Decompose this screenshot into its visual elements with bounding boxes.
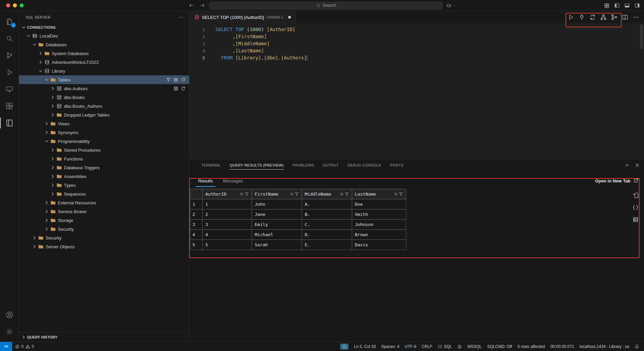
- tree-item-assemblies[interactable]: Assemblies: [19, 172, 189, 181]
- panel-tab-output[interactable]: OUTPUT: [318, 159, 343, 171]
- tree-item-views[interactable]: Views: [19, 119, 189, 128]
- activity-item-run-debug[interactable]: [0, 64, 19, 81]
- status-utf-8[interactable]: UTF-8: [402, 342, 419, 351]
- grid-cell[interactable]: Jane: [252, 209, 302, 220]
- tree-item-localdev[interactable]: LocalDev: [19, 31, 189, 40]
- close-window-button[interactable]: [6, 3, 10, 7]
- editor-tab[interactable]: SELECT TOP (1000) [AuthorID] Untitled-1: [189, 11, 296, 23]
- tree-item-stored-procedures[interactable]: Stored Procedures: [19, 146, 189, 154]
- code-editor[interactable]: 1SELECT TOP (1000) [AuthorID]2 ,[FirstNa…: [189, 23, 644, 159]
- tree-item-dbo-books[interactable]: dbo.Books: [19, 93, 189, 102]
- grid-column-authorid[interactable]: AuthorID: [203, 189, 252, 199]
- grid-row-number[interactable]: 2: [190, 209, 203, 220]
- grid-cell[interactable]: A.: [302, 199, 352, 209]
- tree-item-dbo-books-authors[interactable]: dbo.Books_Authors: [19, 102, 189, 110]
- panel-tab-ports[interactable]: PORTS: [386, 159, 408, 171]
- grid-column-lastname[interactable]: LastName: [352, 189, 406, 199]
- activity-item-accounts[interactable]: [0, 306, 19, 323]
- save-json-button[interactable]: [632, 204, 639, 210]
- grid-cell[interactable]: Sarah: [252, 240, 302, 250]
- code-line-1[interactable]: 1SELECT TOP (1000) [AuthorID]: [189, 26, 644, 33]
- status-ln-5-col-33[interactable]: Ln 5, Col 33: [351, 342, 378, 351]
- grid-cell[interactable]: Davis: [352, 240, 406, 250]
- refresh-icon[interactable]: [181, 86, 186, 91]
- run-button[interactable]: [568, 14, 574, 21]
- forward-icon[interactable]: [199, 2, 206, 9]
- results-tab-results[interactable]: Results: [198, 175, 213, 187]
- grid-cell[interactable]: Johnson: [352, 220, 406, 230]
- tree-item-synonyms[interactable]: Synonyms: [19, 128, 189, 137]
- grid-cell[interactable]: Brown: [352, 230, 406, 240]
- minimize-window-button[interactable]: [13, 3, 17, 7]
- grid-cell[interactable]: Smith: [352, 209, 406, 220]
- grid-cell[interactable]: D.: [302, 230, 352, 240]
- sort-icon[interactable]: [340, 192, 344, 196]
- tree-item-server-objects[interactable]: Server Objects: [19, 242, 189, 251]
- problems-status[interactable]: 0 0: [12, 342, 37, 351]
- grid-cell[interactable]: 5: [203, 240, 252, 250]
- close-panel-icon[interactable]: [635, 162, 640, 168]
- grid-cell[interactable]: C.: [302, 220, 352, 230]
- grid-row[interactable]: 22JaneB.Smith: [190, 209, 406, 220]
- code-line-2[interactable]: 2 ,[FirstName]: [189, 33, 644, 40]
- status-sqlcmd-off[interactable]: SQLCMD: Off: [484, 342, 515, 351]
- tree-item-sequences[interactable]: Sequences: [19, 190, 189, 198]
- save-csv-button[interactable]: [632, 192, 639, 198]
- layout-panel-icon[interactable]: [624, 3, 630, 8]
- grid-row-number[interactable]: 4: [190, 230, 203, 240]
- grid-cell[interactable]: B.: [302, 209, 352, 220]
- estimated-plan-button[interactable]: [600, 14, 607, 21]
- status-spaces-4[interactable]: Spaces: 4: [378, 342, 402, 351]
- filter-icon[interactable]: [399, 192, 403, 196]
- code-line-5[interactable]: 5 FROM [Library].[dbo].[Authors]: [189, 54, 644, 61]
- tree-item-programmability[interactable]: Programmability: [19, 137, 189, 146]
- editor-scrollbar[interactable]: [640, 25, 643, 49]
- grid-row-number[interactable]: 3: [190, 220, 203, 230]
- query-history-section-header[interactable]: QUERY HISTORY: [19, 332, 189, 342]
- tree-item-service-broker[interactable]: Service Broker: [19, 207, 189, 216]
- grid-cell[interactable]: 1: [203, 199, 252, 209]
- grid-row-number[interactable]: 5: [190, 240, 203, 250]
- activity-item-mssql[interactable]: [0, 115, 19, 131]
- grid-cell[interactable]: John: [252, 199, 302, 209]
- sort-icon[interactable]: [394, 192, 398, 196]
- sort-icon[interactable]: [290, 192, 294, 196]
- activity-item-explorer[interactable]: 1: [0, 13, 19, 30]
- status-5-rows-affected[interactable]: 5 rows affected: [515, 342, 548, 351]
- tree-item-security[interactable]: Security: [19, 233, 189, 242]
- tree-item-security[interactable]: Security: [19, 225, 189, 233]
- search-input[interactable]: Search: [209, 2, 443, 9]
- tree-item-storage[interactable]: Storage: [19, 216, 189, 225]
- grid-cell[interactable]: Doe: [352, 199, 406, 209]
- tree-item-system-databases[interactable]: System Databases: [19, 49, 189, 58]
- code-line-3[interactable]: 3 ,[MiddleName]: [189, 40, 644, 47]
- tree-item-types[interactable]: Types: [19, 181, 189, 190]
- tree-item-database-triggers[interactable]: Database Triggers: [19, 163, 189, 172]
- zoom-window-button[interactable]: [20, 3, 24, 7]
- tree-item-dbo-authors[interactable]: dbo.Authors: [19, 84, 189, 93]
- layout-grid-icon[interactable]: [604, 3, 610, 8]
- grid-corner-cell[interactable]: [190, 189, 203, 199]
- filter-icon[interactable]: [345, 192, 349, 196]
- actual-plan-button[interactable]: [611, 14, 618, 21]
- grid-row[interactable]: 33EmilyC.Johnson: [190, 220, 406, 230]
- back-icon[interactable]: [188, 2, 195, 9]
- disconnect-button[interactable]: [578, 14, 585, 21]
- activity-item-source-control[interactable]: [0, 47, 19, 64]
- activity-item-settings[interactable]: [0, 323, 19, 340]
- refresh-icon[interactable]: [181, 77, 186, 82]
- save-excel-button[interactable]: [632, 217, 639, 223]
- maximize-panel-icon[interactable]: [624, 162, 630, 168]
- layout-secondary-icon[interactable]: [635, 3, 640, 8]
- code-line-4[interactable]: 4 ,[LastName]: [189, 47, 644, 54]
- filter-icon[interactable]: [166, 77, 171, 82]
- open-in-new-tab-button[interactable]: Open in New Tab: [595, 178, 639, 183]
- grid-cell[interactable]: 3: [203, 220, 252, 230]
- tree-item-adventureworkslt2022[interactable]: AdventureWorksLT2022: [19, 58, 189, 67]
- grid-row[interactable]: 11JohnA.Doe: [190, 199, 406, 209]
- grid-row[interactable]: 55SarahE.Davis: [190, 240, 406, 250]
- status-feedback[interactable]: [455, 342, 465, 351]
- filter-icon[interactable]: [245, 192, 249, 196]
- grid-row[interactable]: 44MichaelD.Brown: [190, 230, 406, 240]
- activity-item-extensions[interactable]: [0, 98, 19, 115]
